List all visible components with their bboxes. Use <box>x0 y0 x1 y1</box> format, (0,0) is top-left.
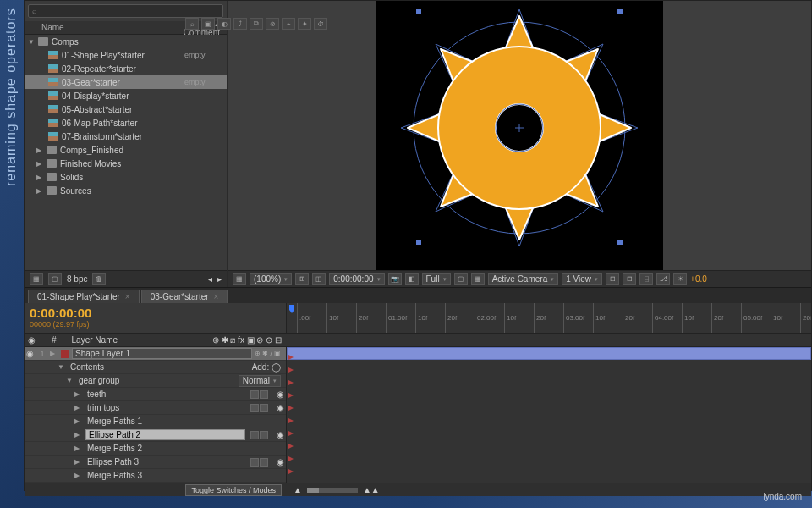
grid-button[interactable]: ⊞ <box>295 273 309 285</box>
close-icon[interactable]: × <box>125 292 130 301</box>
comp-item[interactable]: 01-Shape Play*starterempty <box>25 48 227 62</box>
ruler-tick: 20f <box>445 303 457 333</box>
auto-keyframe-button[interactable]: ⏱ <box>314 18 327 30</box>
comp-mini-button[interactable]: ▣ <box>201 18 215 30</box>
comp-item[interactable]: 04-Display*starter <box>25 89 227 102</box>
timeline-button[interactable]: ⌸ <box>639 273 653 285</box>
layer-row-shape[interactable]: ◉1▶ Shape Layer 1 ⊕ ✱ / ▣ <box>25 347 286 361</box>
graph-button[interactable]: ⌁ <box>282 18 295 30</box>
project-search[interactable]: ⌕ <box>28 4 223 18</box>
twirl-icon[interactable]: ▶ <box>36 146 45 154</box>
switch-group[interactable] <box>250 458 268 467</box>
rename-input[interactable]: Ellipse Path 2 <box>85 429 245 440</box>
switch-group[interactable] <box>250 404 268 412</box>
folder-icon <box>47 159 57 168</box>
comp-item[interactable]: 06-Map Path*starter <box>25 116 227 130</box>
folder-icon <box>47 146 57 154</box>
layer-name[interactable]: Shape Layer 1 <box>72 348 252 359</box>
viewer-footer: ▦ (100%) ⊞ ◫ 0:00:00:00 📷 ◧ Full ▢ ▦ Act… <box>228 270 811 287</box>
search-input[interactable] <box>40 7 219 16</box>
zoom-in-icon[interactable]: ▲▲ <box>363 485 380 494</box>
contents-row[interactable]: ▼Contents Add: ◯ <box>25 361 286 374</box>
brainstorm-button[interactable]: ✦ <box>298 18 311 30</box>
tab-gear[interactable]: 03-Gear*starter× <box>141 290 228 303</box>
shape-item-row[interactable]: ▶trim tops◉ <box>25 401 286 415</box>
shape-item-row[interactable]: ▶Merge Paths 1 <box>25 415 286 428</box>
scroll-right-icon[interactable]: ▸ <box>217 274 222 284</box>
ruler-tick: 10f <box>415 303 427 333</box>
channel-button[interactable]: ◧ <box>405 273 419 285</box>
folder-item[interactable]: ▶Sources <box>25 184 227 197</box>
tracks-area[interactable] <box>287 347 811 483</box>
mask-button[interactable]: ◫ <box>312 273 326 285</box>
comp-item[interactable]: 02-Repeater*starter <box>25 62 227 75</box>
ruler-tick: 10f <box>326 303 338 333</box>
twirl-icon[interactable]: ▶ <box>36 160 45 168</box>
camera-dropdown[interactable]: Active Camera <box>488 273 559 285</box>
exposure-value[interactable]: +0.0 <box>690 274 707 284</box>
folder-item[interactable]: ▶Comps_Finished <box>25 143 227 157</box>
svg-rect-3 <box>617 240 623 245</box>
shape-item-row[interactable]: ▶Merge Paths 2 <box>25 442 286 456</box>
composition-stage[interactable] <box>376 1 663 270</box>
snapshot-button[interactable]: 📷 <box>388 273 402 285</box>
comp-icon <box>48 91 58 100</box>
folder-comps[interactable]: ▼Comps <box>25 35 227 48</box>
shape-item-row[interactable]: ▶teeth◉ <box>25 388 286 401</box>
bin-icon[interactable]: ▦ <box>30 273 43 285</box>
fast-preview-button[interactable]: ⊟ <box>623 273 636 285</box>
layer-bar[interactable] <box>287 347 811 360</box>
app-window: ⌕ Name ▲ Comment ▼Comps 01-Shape Play*st… <box>24 0 812 491</box>
switch-group[interactable] <box>250 390 268 399</box>
pixel-aspect-button[interactable]: ⊡ <box>606 273 619 285</box>
trash-button[interactable]: 🗑 <box>92 273 106 285</box>
search-tool[interactable]: ⌕ <box>185 18 199 30</box>
draft-button[interactable]: ◐ <box>217 18 231 30</box>
shy-button[interactable]: ⤴ <box>233 18 247 30</box>
color-label[interactable] <box>61 350 69 358</box>
comp-icon <box>48 132 58 141</box>
bpc-indicator[interactable]: 8 bpc <box>67 274 87 284</box>
close-icon[interactable]: × <box>214 292 219 301</box>
shape-item-row[interactable]: ▶Ellipse Path 2◉ <box>25 428 286 442</box>
scroll-left-icon[interactable]: ◂ <box>208 274 212 284</box>
ruler-tick: 20f <box>356 303 368 333</box>
transparency-button[interactable]: ▦ <box>471 273 485 285</box>
flowchart-button[interactable]: ⎇ <box>656 273 670 285</box>
comp-item[interactable]: 03-Gear*starterempty <box>25 75 227 89</box>
frame-blend-button[interactable]: ⧉ <box>250 18 263 30</box>
folder-item[interactable]: ▶Finished Movies <box>25 157 227 170</box>
timecode-display[interactable]: 0:00:00:00 00000 (29.97 fps) <box>25 303 286 331</box>
motion-blur-button[interactable]: ⊘ <box>266 18 279 30</box>
canvas-area[interactable] <box>228 1 811 270</box>
twirl-icon[interactable]: ▼ <box>28 38 36 46</box>
ruler-tick: 01:00f <box>386 303 407 333</box>
switch-group[interactable] <box>250 431 268 439</box>
comp-item[interactable]: 05-Abstract*starter <box>25 102 227 116</box>
magnify-button[interactable]: ▦ <box>233 273 246 285</box>
shape-item-row[interactable]: ▶Ellipse Path 3◉ <box>25 456 286 469</box>
blend-mode-dropdown[interactable]: Normal <box>239 375 281 387</box>
tab-shape-play[interactable]: 01-Shape Play*starter× <box>28 290 140 303</box>
folder-item[interactable]: ▶Solids <box>25 170 227 184</box>
time-ruler[interactable]: :00f10f20f01:00f10f20f02:00f10f20f03:00f… <box>287 303 811 333</box>
toggle-switches-button[interactable]: Toggle Switches / Modes <box>185 484 282 496</box>
exposure-reset-button[interactable]: ☀ <box>673 273 687 285</box>
views-dropdown[interactable]: 1 View <box>562 273 602 285</box>
group-row[interactable]: ▼gear group Normal <box>25 374 286 388</box>
resolution-dropdown[interactable]: Full <box>422 273 451 285</box>
new-folder-button[interactable]: ▢ <box>48 273 62 285</box>
comp-item[interactable]: 07-Brainstorm*starter <box>25 130 227 143</box>
zoom-out-icon[interactable]: ▲ <box>294 485 302 494</box>
preview-time[interactable]: 0:00:00:00 <box>329 273 384 285</box>
shape-item-row[interactable]: ▶Merge Paths 3 <box>25 469 286 483</box>
twirl-icon[interactable]: ▶ <box>36 174 45 181</box>
roi-button[interactable]: ▢ <box>454 273 468 285</box>
current-time-indicator[interactable] <box>287 303 297 333</box>
ruler-tick: 20f <box>623 303 634 333</box>
add-button[interactable]: ◯ <box>272 362 281 372</box>
zoom-dropdown[interactable]: (100%) <box>250 273 292 285</box>
col-name[interactable]: Name <box>41 23 176 32</box>
twirl-icon[interactable]: ▶ <box>36 187 45 195</box>
zoom-slider[interactable] <box>307 488 358 493</box>
